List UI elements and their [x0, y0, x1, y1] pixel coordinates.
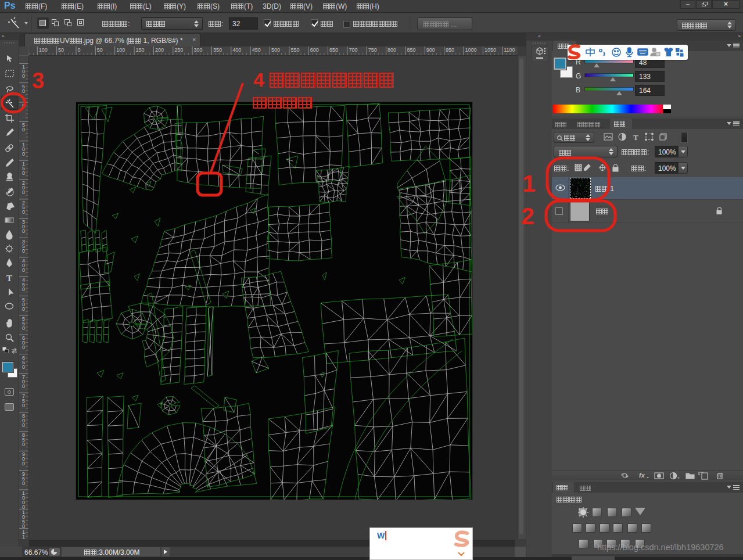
svg-text:700: 700: [349, 47, 357, 53]
svg-text:500: 500: [271, 47, 280, 53]
svg-text:150: 150: [136, 47, 145, 53]
svg-text:T: T: [6, 274, 12, 283]
svg-text:50: 50: [58, 47, 64, 53]
svg-text:250: 250: [174, 47, 183, 53]
svg-text:0: 0: [22, 103, 25, 109]
svg-text:0: 0: [22, 461, 25, 466]
svg-text:0: 0: [22, 209, 25, 215]
svg-text:600: 600: [310, 47, 319, 53]
svg-text:0: 0: [22, 127, 25, 132]
svg-text:950: 950: [446, 47, 454, 53]
svg-text:300: 300: [194, 47, 203, 53]
svg-text:650: 650: [329, 47, 338, 53]
svg-text:0: 0: [22, 480, 25, 486]
svg-text:0: 0: [22, 364, 25, 370]
svg-text:fx: fx: [639, 472, 645, 479]
svg-text:550: 550: [290, 47, 299, 53]
svg-text:350: 350: [213, 47, 222, 53]
svg-text:0: 0: [22, 539, 25, 539]
svg-text:400: 400: [232, 47, 241, 53]
svg-text:0: 0: [22, 73, 25, 79]
svg-text:0: 0: [22, 306, 25, 312]
svg-text:0: 0: [22, 441, 25, 447]
svg-text:750: 750: [368, 47, 377, 53]
svg-text:1000: 1000: [465, 47, 477, 53]
svg-text:0: 0: [22, 267, 25, 273]
svg-text:T: T: [633, 133, 638, 142]
svg-text:900: 900: [426, 47, 435, 53]
svg-text:50: 50: [97, 47, 103, 53]
svg-text:200: 200: [155, 47, 164, 53]
svg-text:800: 800: [387, 47, 396, 53]
svg-text:0: 0: [22, 88, 25, 94]
svg-text:100: 100: [39, 47, 48, 53]
svg-text:0: 0: [22, 383, 25, 389]
svg-text:0: 0: [22, 248, 25, 254]
svg-text:0: 0: [22, 170, 25, 176]
svg-text:0: 0: [22, 189, 25, 195]
svg-text:0: 0: [22, 228, 25, 234]
svg-text:0: 0: [22, 286, 25, 292]
svg-text:0: 0: [78, 47, 81, 53]
svg-text:0: 0: [22, 344, 25, 350]
svg-text:100: 100: [116, 47, 125, 53]
svg-text:450: 450: [252, 47, 261, 53]
svg-text:850: 850: [407, 47, 416, 53]
svg-text:1100: 1100: [504, 47, 515, 53]
svg-text:0: 0: [22, 325, 25, 331]
svg-text:0: 0: [22, 151, 25, 157]
svg-text:1050: 1050: [484, 47, 496, 53]
svg-text:0: 0: [22, 403, 25, 408]
svg-text:0: 0: [22, 422, 25, 428]
